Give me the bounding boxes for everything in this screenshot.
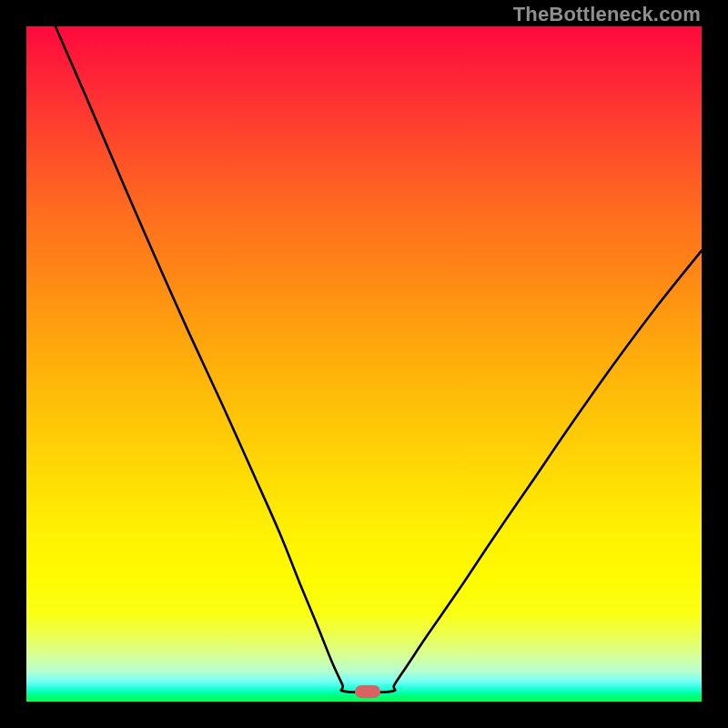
chart-frame: TheBottleneck.com <box>0 0 728 728</box>
bottleneck-curve <box>26 26 702 702</box>
plot-area <box>26 26 702 702</box>
watermark-text: TheBottleneck.com <box>513 3 701 26</box>
minimum-marker <box>355 685 380 698</box>
